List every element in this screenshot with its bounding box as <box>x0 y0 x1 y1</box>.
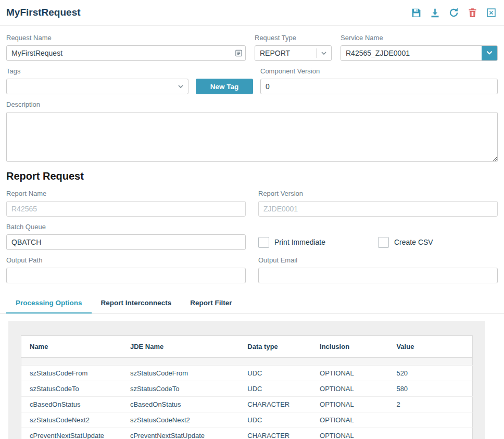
batch-queue-input[interactable] <box>6 234 246 250</box>
refresh-icon <box>448 7 459 18</box>
download-button[interactable] <box>430 7 440 18</box>
chevron-down-icon <box>486 49 493 58</box>
processing-options-panel: Name JDE Name Data type Inclusion Value … <box>8 321 485 439</box>
report-name-input <box>6 201 246 217</box>
table-cell: OPTIONAL <box>314 397 391 412</box>
download-icon <box>430 7 440 18</box>
table-cell: CHARACTER <box>242 428 314 439</box>
column-header: JDE Name <box>125 336 242 358</box>
text-substitution-icon <box>235 49 243 57</box>
table-cell: cPreventNextStatUpdate <box>21 428 125 439</box>
table-cell: szStatusCodeNext2 <box>21 412 125 428</box>
report-version-field: Report Version <box>258 183 498 217</box>
table-cell: cPreventNextStatUpdate <box>125 428 242 439</box>
print-immediate-group: Print Immediate <box>258 237 378 248</box>
delete-button[interactable] <box>467 7 478 18</box>
section-title: Report Request <box>0 170 504 182</box>
create-csv-checkbox[interactable] <box>378 237 389 248</box>
table-cell: 2 <box>391 397 472 412</box>
request-name-field: Request Name <box>6 28 246 61</box>
table-cell <box>314 358 391 366</box>
new-tag-button[interactable]: New Tag <box>196 79 253 94</box>
table-cell: OPTIONAL <box>314 428 391 439</box>
table-cell: cBasedOnStatus <box>125 397 242 412</box>
output-email-input[interactable] <box>258 268 498 283</box>
description-field: Description <box>6 101 498 162</box>
output-path-field: Output Path <box>6 250 246 283</box>
table-cell <box>21 358 125 366</box>
component-version-input[interactable] <box>260 79 498 94</box>
tab-processing-options[interactable]: Processing Options <box>6 294 92 313</box>
output-email-label: Output Email <box>258 256 498 264</box>
table-row[interactable] <box>21 358 473 366</box>
column-header: Inclusion <box>314 336 391 358</box>
request-form: Request Name Request Type REPORT Service <box>0 26 504 162</box>
request-name-label: Request Name <box>6 34 246 42</box>
table-cell <box>125 358 242 366</box>
chevron-down-icon <box>321 50 327 56</box>
tags-field: Tags <box>6 61 188 94</box>
service-name-label: Service Name <box>341 34 498 42</box>
table-row[interactable]: cBasedOnStatuscBasedOnStatusCHARACTEROPT… <box>21 397 473 412</box>
table-row[interactable]: cPreventNextStatUpdatecPreventNextStatUp… <box>21 428 473 439</box>
checkbox-row: Print Immediate Create CSV <box>258 234 498 250</box>
table-cell: UDC <box>242 366 314 381</box>
table-cell: szStatusCodeTo <box>125 381 242 397</box>
report-request-section: Report Request Report Name Report Versio… <box>0 170 504 283</box>
request-type-value: REPORT <box>260 49 316 57</box>
save-button[interactable] <box>411 7 422 18</box>
close-button[interactable] <box>486 7 497 18</box>
report-name-label: Report Name <box>6 190 246 197</box>
table-cell: UDC <box>242 412 314 428</box>
chevron-down-icon <box>178 83 184 90</box>
table-cell <box>391 428 472 439</box>
tab-bar: Processing Options Report Interconnects … <box>0 294 504 313</box>
table-row[interactable]: szStatusCodeNext2szStatusCodeNext2UDCOPT… <box>21 412 473 428</box>
column-header: Name <box>21 336 125 358</box>
service-name-value: R42565_ZJDE0001 <box>341 46 482 60</box>
save-icon <box>411 7 422 18</box>
table-cell: 580 <box>391 381 472 397</box>
report-version-label: Report Version <box>258 190 498 197</box>
page-title: MyFirstRequest <box>6 7 81 18</box>
request-type-select[interactable]: REPORT <box>255 45 332 61</box>
table-cell: szStatusCodeFrom <box>21 366 125 381</box>
table-row[interactable]: szStatusCodeFromszStatusCodeFromUDCOPTIO… <box>21 366 473 381</box>
new-tag-field: New Tag <box>196 79 253 94</box>
tab-report-interconnects[interactable]: Report Interconnects <box>92 294 181 313</box>
table-cell: szStatusCodeNext2 <box>125 412 242 428</box>
table-cell: OPTIONAL <box>314 412 391 428</box>
service-name-dropdown-button[interactable] <box>482 46 497 60</box>
tags-label: Tags <box>6 67 188 75</box>
table-cell: szStatusCodeTo <box>21 381 125 397</box>
print-immediate-label: Print Immediate <box>274 238 325 246</box>
toolbar <box>411 7 497 18</box>
description-textarea[interactable] <box>6 112 498 162</box>
table-cell: szStatusCodeFrom <box>125 366 242 381</box>
component-version-label: Component Version <box>260 67 498 75</box>
table-cell: cBasedOnStatus <box>21 397 125 412</box>
service-name-select[interactable]: R42565_ZJDE0001 <box>341 45 498 61</box>
delete-icon <box>467 7 478 18</box>
tags-select[interactable] <box>6 79 188 94</box>
report-version-input <box>258 201 498 217</box>
request-name-input[interactable] <box>6 45 246 61</box>
processing-options-table: Name JDE Name Data type Inclusion Value … <box>21 335 473 439</box>
output-path-input[interactable] <box>6 268 246 283</box>
batch-queue-field: Batch Queue <box>6 217 246 250</box>
table-cell: UDC <box>242 381 314 397</box>
tab-report-filter[interactable]: Report Filter <box>181 294 241 313</box>
table-cell: OPTIONAL <box>314 366 391 381</box>
table-cell: 520 <box>391 366 472 381</box>
table-cell <box>242 358 314 366</box>
table-cell <box>391 412 472 428</box>
description-label: Description <box>6 101 498 108</box>
table-cell <box>391 358 472 366</box>
request-editor-page: MyFirstRequest Request Name <box>0 0 504 439</box>
table-row[interactable]: szStatusCodeToszStatusCodeToUDCOPTIONAL5… <box>21 381 473 397</box>
print-immediate-checkbox[interactable] <box>258 237 269 248</box>
column-header: Value <box>391 336 472 358</box>
refresh-button[interactable] <box>448 7 459 18</box>
table-cell: OPTIONAL <box>314 381 391 397</box>
report-name-field: Report Name <box>6 183 246 217</box>
